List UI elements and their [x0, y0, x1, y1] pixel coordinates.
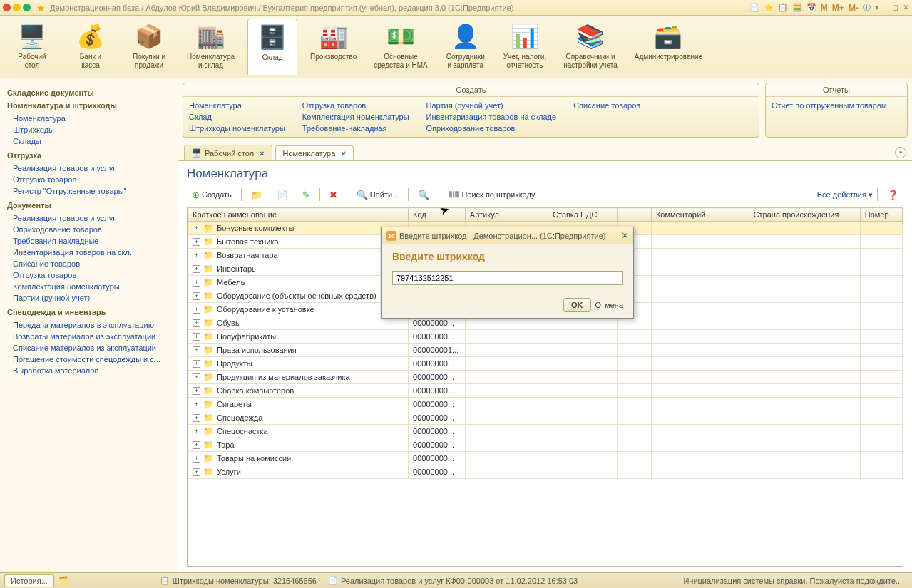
- tool-icon[interactable]: ⭐: [764, 3, 774, 12]
- delete-button[interactable]: ✖: [324, 187, 342, 202]
- table-row[interactable]: +📁Сигареты00000000...: [188, 398, 903, 411]
- toolbar-Рабочий[interactable]: 🖥️Рабочийстол: [7, 19, 57, 75]
- help-button[interactable]: ❓: [882, 187, 903, 202]
- expand-icon[interactable]: +: [193, 346, 200, 354]
- column-header[interactable]: Краткое наименование: [188, 208, 409, 222]
- column-header[interactable]: Комментарий: [651, 208, 749, 222]
- expand-icon[interactable]: +: [193, 455, 200, 463]
- column-header[interactable]: Ставка НДС: [548, 208, 618, 222]
- expand-icon[interactable]: +: [193, 319, 200, 327]
- column-header[interactable]: Номер: [860, 208, 902, 222]
- sidebar-group-title[interactable]: Отгрузка: [7, 151, 170, 160]
- expand-icon[interactable]: +: [193, 428, 200, 435]
- sidebar-item[interactable]: Реализация товаров и услуг: [7, 163, 170, 174]
- sidebar-item[interactable]: Списание товаров: [7, 258, 170, 269]
- minimize-window-icon[interactable]: [13, 4, 21, 11]
- sidebar-group-title[interactable]: Складские документы: [7, 88, 170, 97]
- clear-filter-button[interactable]: 🔍: [413, 187, 434, 202]
- sidebar-group-title[interactable]: Спецодежда и инвентарь: [7, 308, 170, 316]
- expand-icon[interactable]: +: [193, 414, 200, 422]
- expand-icon[interactable]: +: [193, 306, 200, 314]
- status-item[interactable]: 📄Реализация товаров и услуг КФ00-000003 …: [328, 576, 578, 585]
- table-row[interactable]: +📁Спецодежда00000000...: [188, 411, 903, 425]
- expand-icon[interactable]: +: [193, 238, 200, 246]
- tool-icon[interactable]: 📄: [749, 3, 759, 12]
- calc-icon[interactable]: 🧮: [792, 3, 802, 12]
- expand-icon[interactable]: +: [193, 387, 200, 395]
- sidebar-item[interactable]: Отгрузка товаров: [7, 269, 170, 281]
- expand-icon[interactable]: +: [193, 360, 200, 368]
- info-icon[interactable]: ⓘ: [863, 2, 871, 13]
- find-button[interactable]: 🔍Найти...: [352, 187, 404, 202]
- table-row[interactable]: +📁Сборка компьютеров00000000...: [188, 384, 903, 398]
- dropdown-icon[interactable]: ▾: [875, 3, 879, 12]
- sidebar-item[interactable]: Штрихкоды: [7, 124, 170, 135]
- status-item[interactable]: 📋Штрихкоды номенклатуры: 3215465656: [160, 576, 317, 585]
- maximize-window-icon[interactable]: [23, 4, 31, 11]
- table-row[interactable]: +📁Услуги00000000...: [188, 465, 903, 479]
- toolbar-Склад[interactable]: 🗄️Склад: [247, 19, 297, 75]
- create-button[interactable]: ⊕Создать: [187, 187, 237, 202]
- toolbar-Номенклатура[interactable]: 🏬Номенклатураи склад: [183, 19, 239, 75]
- create-link[interactable]: Штрихкоды номенклатуры: [189, 123, 285, 134]
- mem-mplus[interactable]: M+: [832, 3, 844, 13]
- table-row[interactable]: +📁Продукты00000000...: [188, 357, 903, 371]
- sidebar-group-title[interactable]: Номенклатура и штрихкоды: [7, 101, 170, 110]
- all-actions-button[interactable]: Все действия ▾: [817, 190, 873, 200]
- create-link[interactable]: Партия (ручной учет): [426, 100, 557, 111]
- tab[interactable]: 🖥️Рабочий стол×: [184, 145, 272, 160]
- column-header[interactable]: Код: [409, 208, 466, 222]
- sidebar-item[interactable]: Оприходование товаров: [7, 224, 170, 235]
- tool-icon[interactable]: 📋: [778, 3, 788, 12]
- ok-button[interactable]: OK: [563, 298, 591, 312]
- sidebar-item[interactable]: Выработка материалов: [7, 365, 170, 376]
- table-row[interactable]: +📁Товары на комиссии00000000...: [188, 452, 903, 465]
- expand-icon[interactable]: +: [193, 441, 200, 449]
- close-window-icon[interactable]: [3, 4, 11, 11]
- create-link[interactable]: Отгрузка товаров: [302, 100, 409, 111]
- toolbar-Банк и[interactable]: 💰Банк икасса: [66, 19, 116, 75]
- table-row[interactable]: +📁Продукция из материалов заказчика00000…: [188, 371, 903, 384]
- tab-close-icon[interactable]: ×: [260, 149, 264, 158]
- sidebar-item[interactable]: Возвраты материалов из эксплуатации: [7, 331, 170, 342]
- dialog-close-icon[interactable]: ✕: [621, 230, 629, 241]
- expand-icon[interactable]: +: [193, 225, 200, 232]
- expand-icon[interactable]: +: [193, 265, 200, 273]
- calendar-icon[interactable]: 📅: [806, 3, 816, 12]
- sidebar-item[interactable]: Реализация товаров и услуг: [7, 212, 170, 224]
- expand-icon[interactable]: +: [193, 468, 200, 476]
- barcode-input[interactable]: [392, 271, 623, 285]
- table-row[interactable]: +📁Тара00000000...: [188, 438, 903, 452]
- dialog-titlebar[interactable]: 1c Введите штрихкод - Демонстрацион... (…: [382, 227, 633, 244]
- favorite-icon[interactable]: ★: [36, 2, 46, 14]
- sidebar-item[interactable]: Передача материалов в эксплуатацию: [7, 319, 170, 331]
- sidebar-item[interactable]: Номенклатура: [7, 113, 170, 124]
- cancel-button[interactable]: Отмена: [595, 301, 623, 309]
- sidebar-group-title[interactable]: Документы: [7, 201, 170, 210]
- expand-icon[interactable]: +: [193, 373, 200, 381]
- toolbar-Учет, налоги,[interactable]: 📊Учет, налоги,отчетность: [499, 19, 550, 75]
- copy-button[interactable]: 📄: [272, 187, 293, 202]
- sb-icon[interactable]: 🗂️: [58, 576, 68, 585]
- create-link[interactable]: Инвентаризация товаров на складе: [426, 111, 557, 123]
- toolbar-Справочники и[interactable]: 📚Справочники инастройки учета: [559, 19, 622, 75]
- edit-button[interactable]: ✎: [297, 187, 315, 202]
- new-folder-button[interactable]: 📁: [246, 187, 267, 202]
- minimize-icon[interactable]: –: [883, 4, 888, 12]
- sidebar-item[interactable]: Регистр "Отгруженные товары": [7, 185, 170, 197]
- table-row[interactable]: +📁Права использования000000001...: [188, 344, 903, 357]
- report-link[interactable]: Отчет по отгруженным товарам: [772, 100, 887, 111]
- tab-close-icon[interactable]: ×: [341, 149, 345, 158]
- create-link[interactable]: Склад: [189, 111, 285, 123]
- create-link[interactable]: Комплектация номенклатуры: [302, 111, 409, 123]
- mem-mminus[interactable]: M-: [849, 3, 859, 13]
- expand-icon[interactable]: +: [193, 401, 200, 408]
- barcode-search-button[interactable]: ⦀⦀⦀Поиск по штрихкоду: [444, 187, 540, 202]
- close-icon[interactable]: ✕: [903, 3, 909, 12]
- toolbar-Покупки и[interactable]: 📦Покупки ипродажи: [124, 19, 174, 75]
- history-button[interactable]: История...: [4, 574, 54, 587]
- maximize-icon[interactable]: ◻: [892, 3, 898, 12]
- toolbar-Администрирование[interactable]: 🗃️Администрирование: [630, 19, 707, 75]
- sidebar-item[interactable]: Комплектация номенклатуры: [7, 281, 170, 292]
- column-header[interactable]: [618, 208, 652, 222]
